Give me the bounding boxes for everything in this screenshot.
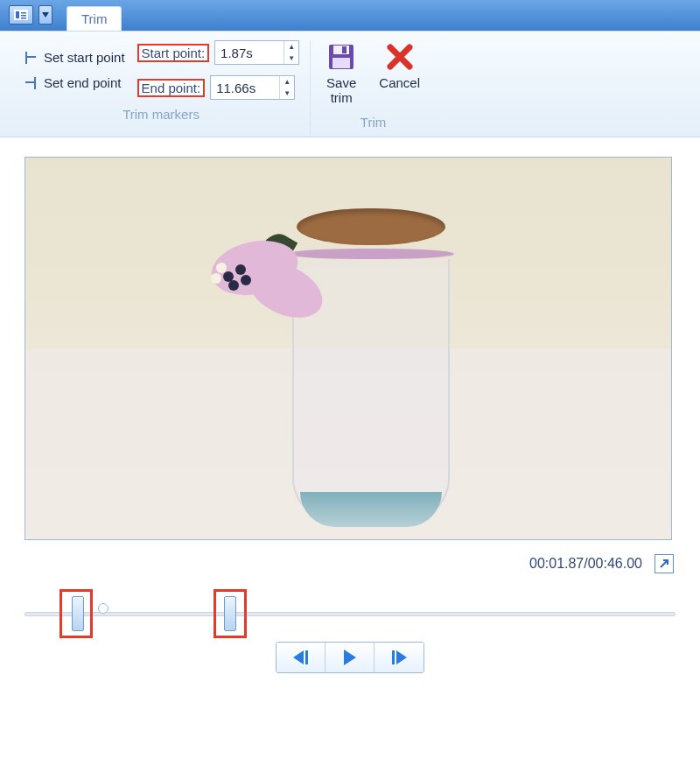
play-icon [344, 650, 356, 665]
set-start-label: Set start point [44, 50, 125, 65]
seek-track[interactable] [24, 593, 676, 635]
svg-rect-12 [342, 46, 346, 53]
trim-end-handle[interactable] [224, 596, 236, 631]
group-caption-trim: Trim [360, 108, 386, 135]
start-point-up[interactable]: ▲ [284, 41, 298, 53]
playback-controls [0, 636, 700, 689]
previous-frame-button[interactable] [276, 643, 326, 672]
playhead[interactable] [98, 603, 108, 614]
end-point-caption: End point: [137, 79, 206, 97]
svg-rect-1 [16, 11, 19, 18]
cancel-button[interactable]: Cancel [374, 40, 425, 108]
fullscreen-button[interactable] [654, 554, 674, 573]
svg-rect-4 [21, 18, 26, 19]
chevron-down-icon [42, 12, 49, 18]
cancel-label: Cancel [379, 75, 420, 90]
end-point-icon [23, 76, 38, 90]
seek-area [0, 577, 700, 636]
list-icon [14, 10, 28, 20]
time-display-row: 00:01.87/00:46.00 [0, 545, 700, 577]
end-point-up[interactable]: ▲ [280, 76, 294, 88]
svg-marker-5 [42, 12, 49, 18]
svg-rect-2 [21, 12, 26, 14]
end-point-input[interactable] [211, 76, 279, 99]
set-end-point-button[interactable]: Set end point [23, 75, 125, 90]
view-menu-button[interactable] [9, 5, 33, 25]
svg-rect-7 [25, 52, 27, 64]
ribbon: Set start point Set end point Start poin… [0, 32, 700, 137]
set-start-point-button[interactable]: Set start point [23, 50, 125, 65]
close-icon [385, 42, 415, 72]
start-point-down[interactable]: ▼ [284, 53, 298, 64]
group-trim-markers: Set start point Set end point Start poin… [12, 40, 311, 135]
start-point-icon [23, 51, 38, 65]
svg-rect-11 [333, 46, 349, 54]
step-back-icon [293, 650, 304, 664]
start-point-spinner[interactable]: ▲ ▼ [214, 40, 299, 65]
video-preview [24, 157, 672, 540]
trim-start-handle[interactable] [72, 596, 84, 631]
expand-icon [658, 558, 670, 570]
time-display: 00:01.87/00:46.00 [529, 556, 642, 572]
group-trim: Save trim Cancel Trim [311, 40, 436, 135]
end-point-down[interactable]: ▼ [280, 88, 294, 99]
save-icon [326, 42, 356, 72]
quick-access-dropdown[interactable] [38, 5, 52, 25]
tab-label: Trim [81, 11, 107, 26]
svg-rect-9 [34, 77, 36, 89]
step-forward-icon [396, 650, 407, 664]
svg-rect-13 [332, 58, 350, 68]
track-line [24, 612, 676, 616]
tab-trim[interactable]: Trim [66, 6, 122, 31]
title-bar: Trim [0, 0, 700, 32]
start-point-caption: Start point: [137, 44, 210, 62]
quick-access-bar [0, 0, 61, 31]
set-end-label: Set end point [44, 75, 121, 90]
group-caption-markers: Trim markers [122, 100, 200, 127]
save-trim-button[interactable]: Save trim [321, 40, 361, 108]
save-trim-label: Save trim [326, 75, 356, 106]
end-point-spinner[interactable]: ▲ ▼ [210, 75, 295, 100]
preview-image [288, 208, 454, 532]
start-point-input[interactable] [215, 41, 284, 64]
play-button[interactable] [326, 643, 374, 672]
next-frame-button[interactable] [374, 643, 424, 672]
svg-rect-3 [21, 15, 26, 17]
